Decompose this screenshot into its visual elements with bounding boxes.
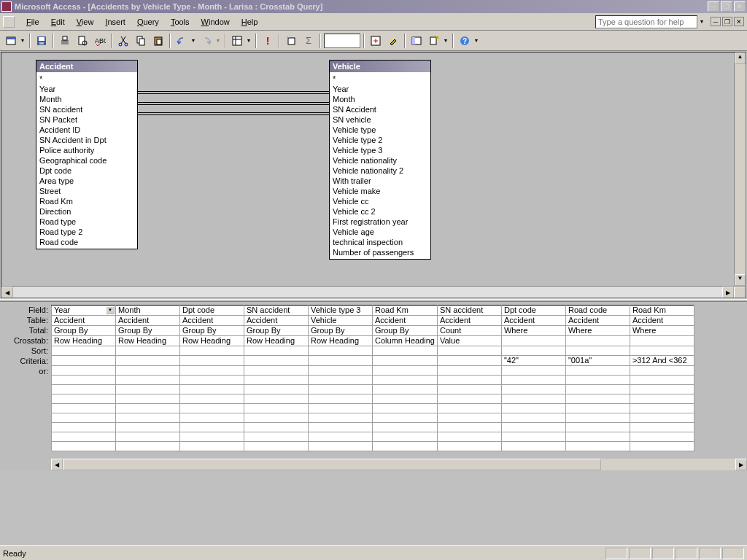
grid-cell-sort[interactable] [116, 346, 180, 356]
field-item[interactable]: First registration year [331, 217, 429, 227]
grid-cell-empty[interactable] [309, 376, 373, 385]
grid-cell-field[interactable]: Month [116, 306, 180, 316]
grid-cell-sort[interactable] [565, 346, 630, 356]
grid-cell-empty[interactable] [501, 394, 565, 404]
grid-cell-empty[interactable] [630, 442, 694, 451]
scroll-down-icon[interactable]: ▼ [735, 274, 746, 286]
grid-cell-criteria[interactable]: "001a" [565, 356, 630, 366]
grid-cell-empty[interactable] [309, 385, 373, 394]
field-item[interactable]: SN Packet [38, 114, 136, 125]
grid-cell-empty[interactable] [116, 442, 180, 451]
grid-cell-empty[interactable] [630, 376, 694, 385]
grid-cell-crosstab[interactable]: Row Heading [180, 336, 244, 346]
grid-cell-table[interactable]: Accident [565, 316, 630, 326]
totals-button[interactable]: Σ [301, 33, 317, 49]
grid-cell-sort[interactable] [630, 346, 694, 356]
grid-cell-criteria[interactable] [373, 356, 438, 366]
grid-cell-empty[interactable] [437, 394, 501, 404]
grid-cell-empty[interactable] [180, 394, 244, 404]
query-type-dropdown-icon[interactable]: ▼ [245, 33, 252, 49]
view-dropdown-icon[interactable]: ▼ [19, 33, 26, 49]
table-title[interactable]: Accident [36, 61, 137, 72]
grid-cell-table[interactable]: Accident [244, 316, 309, 326]
field-list[interactable]: *YearMonthSN accidentSN PacketAccident I… [36, 72, 137, 249]
field-item[interactable]: With trailer [331, 176, 429, 186]
grid-cell-or[interactable] [373, 366, 438, 376]
grid-cell-empty[interactable] [630, 413, 694, 423]
grid-cell-empty[interactable] [244, 376, 309, 385]
grid-cell-total[interactable]: Where [630, 326, 694, 336]
restore-button[interactable]: ❐ [721, 1, 732, 12]
grid-cell-empty[interactable] [565, 394, 630, 404]
grid-cell-table[interactable]: Vehicle [309, 316, 373, 326]
grid-cell-empty[interactable] [630, 423, 694, 432]
save-button[interactable] [34, 33, 50, 49]
grid-cell-criteria[interactable] [309, 356, 373, 366]
menu-insert[interactable]: Insert [99, 16, 131, 28]
field-item[interactable]: Number of passengers [331, 247, 429, 257]
grid-cell-criteria[interactable] [437, 356, 501, 366]
grid-cell-empty[interactable] [373, 376, 438, 385]
grid-cell-empty[interactable] [180, 413, 244, 423]
grid-cell-field[interactable]: SN accident [437, 306, 501, 316]
grid-cell-empty[interactable] [373, 423, 438, 432]
grid-cell-criteria[interactable]: >312 And <362 [630, 356, 694, 366]
grid-cell-empty[interactable] [373, 394, 438, 404]
qbe-grid[interactable]: Year▼MonthDpt codeSN accidentVehicle typ… [51, 305, 694, 451]
show-table-button[interactable]: + [283, 33, 299, 49]
design-vscroll[interactable]: ▲ ▼ [734, 52, 746, 286]
grid-cell-field[interactable]: SN accident [244, 306, 309, 316]
field-item[interactable]: Vehicle type 2 [331, 135, 429, 145]
grid-cell-empty[interactable] [501, 376, 565, 385]
grid-cell-empty[interactable] [180, 423, 244, 432]
grid-cell-empty[interactable] [52, 413, 116, 423]
grid-cell-empty[interactable] [309, 404, 373, 413]
grid-cell-empty[interactable] [565, 423, 630, 432]
grid-cell-empty[interactable] [116, 394, 180, 404]
grid-cell-crosstab[interactable]: Row Heading [52, 336, 116, 346]
grid-cell-criteria[interactable] [180, 356, 244, 366]
grid-cell-or[interactable] [309, 366, 373, 376]
query-type-button[interactable] [229, 33, 245, 49]
grid-cell-empty[interactable] [501, 413, 565, 423]
close-button[interactable]: ✕ [734, 1, 746, 12]
grid-cell-empty[interactable] [565, 376, 630, 385]
grid-cell-empty[interactable] [180, 376, 244, 385]
menu-file[interactable]: File [20, 16, 45, 28]
field-item[interactable]: Accident ID [38, 125, 136, 135]
grid-cell-or[interactable] [630, 366, 694, 376]
new-object-button[interactable] [426, 33, 442, 49]
grid-cell-empty[interactable] [116, 423, 180, 432]
doc-minimize-button[interactable]: ─ [711, 17, 721, 26]
menu-tools[interactable]: Tools [165, 16, 196, 28]
grid-cell-empty[interactable] [244, 404, 309, 413]
grid-cell-empty[interactable] [180, 432, 244, 442]
system-menu-icon[interactable] [3, 16, 15, 28]
grid-cell-empty[interactable] [373, 413, 438, 423]
field-item[interactable]: Road type 2 [38, 227, 136, 237]
grid-cell-crosstab[interactable]: Column Heading [373, 336, 438, 346]
grid-cell-empty[interactable] [244, 423, 309, 432]
grid-scroll-left-icon[interactable]: ◀ [51, 459, 63, 470]
grid-cell-table[interactable]: Accident [630, 316, 694, 326]
cut-button[interactable] [115, 33, 131, 49]
field-item[interactable]: Vehicle nationality 2 [331, 166, 429, 176]
doc-close-button[interactable]: ✕ [734, 17, 744, 26]
grid-cell-empty[interactable] [437, 376, 501, 385]
grid-cell-empty[interactable] [309, 394, 373, 404]
field-item[interactable]: Road code [38, 237, 136, 247]
menu-view[interactable]: View [71, 16, 100, 28]
grid-cell-or[interactable] [116, 366, 180, 376]
grid-cell-empty[interactable] [501, 442, 565, 451]
grid-cell-empty[interactable] [437, 385, 501, 394]
grid-cell-criteria[interactable] [116, 356, 180, 366]
grid-cell-empty[interactable] [565, 442, 630, 451]
grid-cell-field[interactable]: Road Km [373, 306, 438, 316]
field-item[interactable]: Police authority [38, 145, 136, 155]
field-item[interactable]: Dpt code [38, 166, 136, 176]
build-button[interactable] [385, 33, 401, 49]
grid-cell-empty[interactable] [244, 385, 309, 394]
grid-cell-empty[interactable] [309, 413, 373, 423]
grid-cell-empty[interactable] [244, 394, 309, 404]
field-item[interactable]: Vehicle cc 2 [331, 206, 429, 217]
